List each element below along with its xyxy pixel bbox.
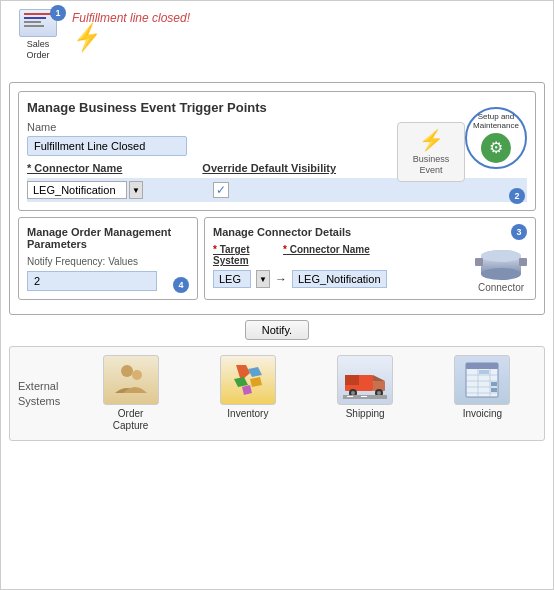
col1-header: * Connector Name: [27, 162, 122, 174]
list-item: Shipping: [330, 355, 400, 432]
order-params-value[interactable]: 2: [27, 271, 157, 291]
order-capture-icon-box[interactable]: [103, 355, 159, 405]
order-params-panel: Manage Order Management Parameters Notif…: [18, 217, 198, 300]
shipping-label: Shipping: [346, 408, 385, 420]
svg-rect-33: [491, 382, 497, 386]
target-system-col-header: * Target System: [213, 244, 278, 266]
list-item: Invoicing: [447, 355, 517, 432]
svg-point-7: [132, 370, 142, 380]
connector-details-panel: Manage Connector Details * Target System…: [204, 217, 536, 300]
col2-header: Override Default Visibility: [202, 162, 336, 174]
svg-marker-12: [242, 385, 252, 395]
setup-gear-icon: ⚙: [481, 133, 511, 163]
trigger-section-title: Manage Business Event Trigger Points: [27, 100, 527, 115]
connector-cylinder-icon: [475, 248, 527, 280]
svg-rect-34: [491, 388, 497, 392]
lightning-bolt-icon: ⚡: [70, 22, 104, 55]
invoicing-icon-box[interactable]: [454, 355, 510, 405]
inventory-label: Inventory: [227, 408, 268, 420]
svg-marker-10: [234, 377, 248, 387]
svg-rect-23: [361, 396, 367, 397]
connector-dropdown-arrow[interactable]: ▼: [129, 181, 143, 199]
target-system-dropdown[interactable]: ▼: [256, 270, 270, 288]
connector-details-title: Manage Connector Details: [213, 226, 527, 238]
external-icons-container: OrderCapture Inventory: [77, 355, 536, 432]
svg-point-2: [481, 268, 521, 280]
setup-maintenance-circle[interactable]: Setup and Maintenance ⚙: [465, 107, 527, 169]
order-params-subtitle: Notify Frequency: Values: [27, 256, 189, 267]
inventory-icon-box[interactable]: [220, 355, 276, 405]
connector-detail-name-input[interactable]: LEG_Notification: [292, 270, 387, 288]
connector-name-input[interactable]: LEG_Notification: [27, 181, 127, 199]
svg-point-3: [481, 250, 521, 262]
connector-name-field: LEG_Notification ▼: [27, 181, 143, 199]
svg-rect-22: [347, 396, 353, 397]
order-capture-label: OrderCapture: [113, 408, 149, 432]
svg-rect-5: [519, 258, 527, 266]
name-field-value: Fulfillment Line Closed: [27, 136, 187, 156]
svg-marker-9: [248, 367, 262, 377]
svg-point-18: [351, 391, 355, 395]
badge-2: 2: [509, 188, 525, 204]
inventory-icon: [228, 361, 268, 399]
sales-order-icon: SalesOrder 1: [14, 9, 62, 61]
connector-icon-label: Connector: [478, 282, 524, 293]
arrow-symbol: →: [275, 272, 287, 286]
badge-4: 4: [173, 277, 189, 293]
external-systems-label: ExternalSystems: [18, 379, 73, 408]
svg-point-20: [377, 391, 381, 395]
list-item: Inventory: [213, 355, 283, 432]
notify-button[interactable]: Notify.: [245, 320, 309, 340]
invoicing-icon: [462, 361, 502, 399]
notify-area: Notify.: [9, 320, 545, 340]
invoicing-label: Invoicing: [463, 408, 502, 420]
external-systems-section: ExternalSystems OrderCapture: [9, 346, 545, 441]
top-section: SalesOrder 1 Fulfillment line closed! ⚡: [9, 9, 545, 74]
shipping-icon: [343, 361, 387, 399]
badge-3: 3: [511, 224, 527, 240]
setup-label: Setup and Maintenance: [467, 113, 525, 131]
checkbox-area: ✓: [213, 182, 229, 198]
svg-rect-4: [475, 258, 483, 266]
bottom-panels: Manage Order Management Parameters Notif…: [18, 217, 536, 300]
svg-point-6: [121, 365, 133, 377]
business-event-label: BusinessEvent: [413, 154, 450, 176]
trigger-points-section: Manage Business Event Trigger Points Nam…: [18, 91, 536, 211]
badge-1: 1: [50, 5, 66, 21]
main-container: SalesOrder 1 Fulfillment line closed! ⚡ …: [0, 0, 554, 590]
svg-rect-14: [345, 375, 359, 385]
notification-area: Fulfillment line closed! ⚡: [72, 9, 190, 52]
sales-order-label: SalesOrder: [26, 39, 49, 61]
order-capture-icon: [111, 361, 151, 399]
svg-rect-25: [466, 363, 498, 369]
override-checkbox[interactable]: ✓: [213, 182, 229, 198]
svg-rect-32: [479, 370, 489, 374]
business-event-lightning-icon: ⚡: [419, 128, 444, 152]
list-item: OrderCapture: [96, 355, 166, 432]
connector-icon-area: Connector: [475, 248, 527, 293]
shipping-icon-box[interactable]: [337, 355, 393, 405]
connector-name-col-header: * Connector Name: [283, 244, 370, 266]
business-event-box: ⚡ BusinessEvent: [397, 122, 465, 182]
svg-marker-11: [250, 377, 262, 387]
target-system-input[interactable]: LEG: [213, 270, 251, 288]
main-content-area: Manage Business Event Trigger Points Nam…: [9, 82, 545, 315]
svg-marker-16: [373, 375, 385, 381]
order-params-title: Manage Order Management Parameters: [27, 226, 189, 250]
